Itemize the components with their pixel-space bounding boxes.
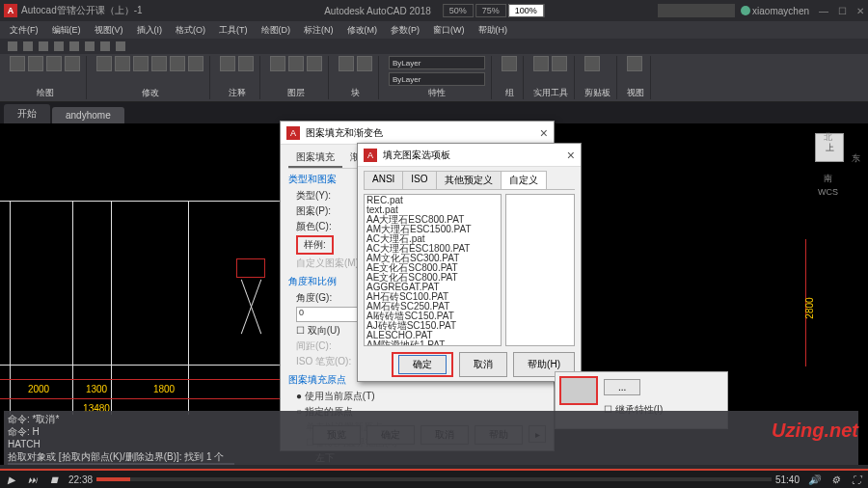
cmd-history: HATCH — [8, 438, 854, 450]
layer-dropdown[interactable]: ByLayer — [389, 56, 485, 69]
tool-icon[interactable] — [65, 56, 80, 71]
menu-window[interactable]: 窗口(W) — [427, 23, 471, 38]
qat-icon[interactable] — [116, 41, 125, 51]
qat-icon[interactable] — [54, 41, 64, 51]
tool-icon[interactable] — [627, 56, 642, 71]
tab-andyhome[interactable]: andyhome — [52, 107, 124, 123]
menu-file[interactable]: 文件(F) — [4, 23, 44, 38]
compass-north: 北 — [824, 131, 832, 144]
minimize-button[interactable]: — — [819, 6, 828, 16]
tool-icon[interactable] — [188, 56, 203, 71]
qat-icon[interactable] — [39, 41, 48, 51]
play-icon[interactable]: ▶ — [5, 473, 18, 486]
tool-icon[interactable] — [270, 56, 285, 71]
panel-label: 图层 — [270, 87, 322, 99]
tool-icon[interactable] — [584, 56, 600, 71]
next-icon[interactable]: ⏭ — [26, 473, 40, 486]
close-icon[interactable]: × — [540, 125, 548, 141]
ribbon-panel-utilities: 实用工具 — [528, 56, 575, 99]
volume-icon[interactable]: 🔊 — [807, 473, 821, 486]
tab-custom[interactable]: 自定义 — [501, 171, 547, 189]
dimension-text: 1300 — [86, 384, 107, 394]
ellipsis-button[interactable]: ... — [604, 379, 640, 395]
title-bar: A Autocad管辖公开课（上）-1 Autodesk AutoCAD 201… — [0, 0, 868, 21]
menu-parametric[interactable]: 参数(P) — [385, 23, 425, 38]
drawing-content: 2000 1300 1800 13480 — [0, 123, 280, 444]
dialog-titlebar[interactable]: A 图案填充和渐变色 × — [281, 122, 554, 145]
maximize-button[interactable]: ☐ — [838, 6, 847, 16]
watermark: Uzing.net — [772, 420, 858, 442]
settings-icon[interactable]: ⚙ — [828, 473, 842, 486]
ribbon-panel-annotation: 注释 — [214, 56, 260, 99]
qat-icon[interactable] — [100, 41, 110, 51]
tool-icon[interactable] — [307, 56, 322, 71]
tool-icon[interactable] — [151, 56, 167, 71]
tool-icon[interactable] — [288, 56, 304, 71]
pattern-list[interactable]: REC.pattext.patAA大理石ESC800.PATAM大理石ESC15… — [364, 194, 502, 346]
menu-insert[interactable]: 插入(I) — [131, 23, 169, 38]
layer-dropdown[interactable]: ByLayer — [389, 72, 485, 86]
document-name: Autocad管辖公开课（上）-1 — [21, 4, 143, 17]
menu-view[interactable]: 视图(V) — [89, 23, 129, 38]
app-logo-icon: A — [4, 4, 17, 17]
zoom-50[interactable]: 50% — [443, 4, 474, 17]
ok-button[interactable]: 确定 — [398, 355, 447, 374]
tool-icon[interactable] — [170, 56, 185, 71]
dialog-title: 填充图案选项板 — [383, 149, 450, 162]
angle-label: 角度(G): — [296, 292, 332, 303]
qat-icon[interactable] — [69, 41, 79, 51]
tool-icon[interactable] — [502, 56, 517, 71]
dialog-titlebar[interactable]: A 填充图案选项板 × — [358, 144, 581, 167]
compass-wcs: WCS — [818, 187, 838, 197]
tool-icon[interactable] — [533, 56, 549, 71]
tab-start[interactable]: 开始 — [4, 104, 50, 123]
zoom-75[interactable]: 75% — [475, 4, 506, 17]
pattern-palette-dialog: A 填充图案选项板 × ANSI ISO 其他预定义 自定义 REC.patte… — [357, 143, 582, 382]
tool-icon[interactable] — [46, 56, 62, 71]
tab-iso[interactable]: ISO — [402, 171, 436, 189]
tool-icon[interactable] — [238, 56, 254, 71]
ribbon-panel-modify: 修改 — [91, 56, 210, 99]
stop-icon[interactable]: ⏹ — [47, 473, 61, 486]
qat-icon[interactable] — [8, 41, 17, 51]
menu-tools[interactable]: 工具(T) — [213, 23, 254, 38]
command-line[interactable]: 命令: *取消* 命令: H HATCH 拾取对象或 [拾取内部点(K)/删除边… — [4, 411, 858, 465]
origin-current-radio[interactable]: 使用当前原点(T) — [288, 389, 546, 404]
tool-icon[interactable] — [552, 56, 567, 71]
tab-other[interactable]: 其他预定义 — [436, 171, 502, 189]
close-button[interactable]: ✕ — [856, 6, 864, 16]
panel-label: 视图 — [627, 87, 644, 99]
tool-icon[interactable] — [339, 56, 354, 71]
tab-ansi[interactable]: ANSI — [364, 171, 403, 189]
menu-format[interactable]: 格式(O) — [170, 23, 211, 38]
view-cube[interactable]: 北 上 东 南 WCS — [800, 133, 858, 191]
dialog-icon: A — [286, 126, 300, 140]
menu-modify[interactable]: 修改(M) — [341, 23, 384, 38]
video-seek-bar[interactable] — [96, 477, 772, 481]
menu-edit[interactable]: 编辑(E) — [46, 23, 87, 38]
ribbon: 绘图 修改 注释 图层 块 ByLayerByLayer特性 组 实用工具 剪贴… — [0, 54, 868, 102]
tool-icon[interactable] — [115, 56, 130, 71]
ribbon-panel-block: 块 — [333, 56, 379, 99]
cancel-button[interactable]: 取消 — [459, 352, 507, 377]
menu-help[interactable]: 帮助(H) — [473, 23, 514, 38]
menu-dimension[interactable]: 标注(N) — [298, 23, 339, 38]
tab-hatch[interactable]: 图案填充 — [288, 149, 342, 168]
list-item[interactable]: AM防滑地砖1.PAT — [366, 340, 499, 346]
tool-icon[interactable] — [28, 56, 43, 71]
close-icon[interactable]: × — [567, 148, 575, 163]
zoom-100[interactable]: 100% — [508, 4, 544, 17]
qat-icon[interactable] — [85, 41, 95, 51]
fullscreen-icon[interactable]: ⛶ — [850, 473, 863, 486]
tool-icon[interactable] — [357, 56, 372, 71]
tool-icon[interactable] — [133, 56, 149, 71]
app-name: Autodesk AutoCAD 2018 — [324, 6, 431, 16]
qat-icon[interactable] — [23, 41, 33, 51]
menu-draw[interactable]: 绘图(D) — [256, 23, 297, 38]
user-account[interactable]: xiaomaychen — [741, 6, 809, 16]
tool-icon[interactable] — [220, 56, 235, 71]
tool-icon[interactable] — [96, 56, 112, 71]
dimension-text: 1800 — [153, 384, 175, 394]
tool-icon[interactable] — [10, 56, 25, 71]
search-input[interactable] — [658, 4, 735, 17]
